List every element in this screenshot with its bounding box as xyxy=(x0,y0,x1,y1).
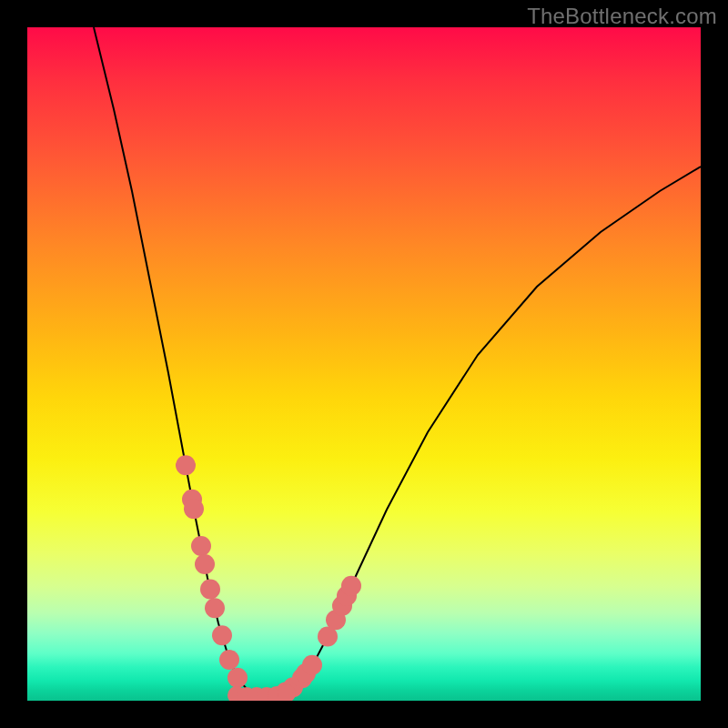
data-point xyxy=(302,655,322,675)
data-point xyxy=(191,536,211,556)
chart-frame: TheBottleneck.com xyxy=(0,0,728,728)
data-point xyxy=(212,625,232,645)
plot-area xyxy=(27,27,701,701)
data-point xyxy=(184,499,204,519)
data-point xyxy=(195,554,215,574)
data-points xyxy=(176,455,361,701)
data-point xyxy=(200,580,220,600)
chart-svg xyxy=(27,27,701,701)
watermark-text: TheBottleneck.com xyxy=(527,4,717,29)
data-point xyxy=(341,576,361,596)
data-point xyxy=(205,598,225,618)
data-point xyxy=(176,455,196,475)
curve-left-branch xyxy=(94,27,266,696)
data-point xyxy=(219,650,239,670)
data-point xyxy=(228,668,248,688)
